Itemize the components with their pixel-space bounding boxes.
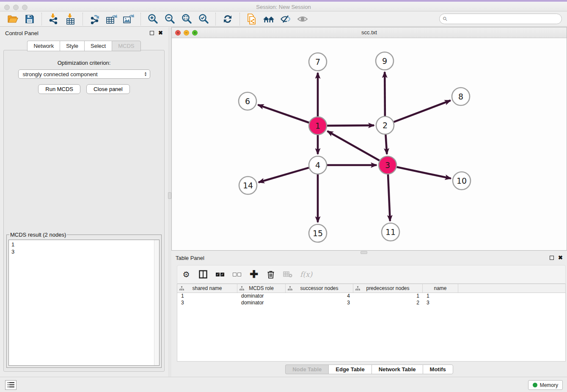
table-body: 1dominator4113dominator323 <box>177 293 565 306</box>
zoom-out-icon[interactable] <box>162 13 177 25</box>
add-column-icon[interactable]: ✚ <box>249 269 259 280</box>
edge-3-1[interactable] <box>328 131 380 160</box>
edge-4-14[interactable] <box>259 168 309 182</box>
float-table-panel-icon[interactable] <box>550 256 554 260</box>
column-header-predecessor-nodes[interactable]: predecessor nodes <box>353 284 423 293</box>
show-all-icon[interactable] <box>295 13 310 25</box>
toolbar-separator <box>140 13 141 25</box>
edge-1-2[interactable] <box>327 125 374 126</box>
delete-table-icon[interactable] <box>283 269 292 280</box>
open-session-icon[interactable] <box>6 13 20 25</box>
mcds-result-title: MCDS result (2 nodes) <box>9 232 67 238</box>
column-header-name[interactable]: name <box>423 284 458 293</box>
criterion-dropdown-value: strongly connected component <box>23 71 98 77</box>
control-tab-mcds[interactable]: MCDS <box>112 41 140 51</box>
status-bar: Memory <box>0 377 567 392</box>
edge-3-10[interactable] <box>397 167 451 179</box>
global-search[interactable]: ⚲ <box>439 14 562 24</box>
node-label-10: 10 <box>457 176 467 185</box>
close-table-panel-icon[interactable]: ✖ <box>558 256 563 260</box>
network-minimize-button[interactable]: − <box>184 30 189 36</box>
table-cell[interactable]: 1 <box>423 293 458 300</box>
toolbar-separator <box>41 13 42 25</box>
node-label-9: 9 <box>382 56 387 66</box>
column-header-MCDS-role[interactable]: MCDS role <box>237 284 286 293</box>
network-close-button[interactable]: × <box>175 30 181 36</box>
deselect-all-icon[interactable] <box>232 269 242 280</box>
result-scrollbar[interactable] <box>154 240 159 365</box>
table-tab-motifs[interactable]: Motifs <box>423 364 453 374</box>
control-tab-select[interactable]: Select <box>84 41 112 51</box>
main-toolbar: ⚲ <box>0 11 567 27</box>
control-tab-network[interactable]: Network <box>27 41 60 51</box>
edge-2-3[interactable] <box>385 135 387 154</box>
save-session-icon[interactable] <box>22 13 37 25</box>
export-image-icon[interactable] <box>121 13 136 25</box>
control-tab-style[interactable]: Style <box>60 41 84 51</box>
import-table-icon[interactable] <box>63 13 78 25</box>
node-label-7: 7 <box>315 57 320 66</box>
table-tabs: Node TableEdge TableNetwork TableMotifs <box>171 364 567 374</box>
table-cell[interactable]: 3 <box>423 300 458 306</box>
table-cell[interactable]: 2 <box>353 300 423 306</box>
node-label-15: 15 <box>313 229 323 238</box>
table-cell[interactable]: 4 <box>286 293 353 300</box>
function-builder-icon[interactable]: f(x) <box>300 269 312 280</box>
table-row[interactable]: 3dominator323 <box>177 300 565 306</box>
network-maximize-button[interactable]: + <box>192 30 198 36</box>
close-panel-icon[interactable]: ✖ <box>158 31 163 35</box>
close-panel-button[interactable]: Close panel <box>86 84 130 94</box>
run-mcds-button[interactable]: Run MCDS <box>38 84 80 94</box>
table-cell[interactable]: dominator <box>237 293 286 300</box>
task-history-button[interactable] <box>5 380 17 390</box>
refresh-icon[interactable] <box>220 13 235 25</box>
float-panel-icon[interactable] <box>150 31 154 35</box>
edge-3-11[interactable] <box>388 174 390 221</box>
export-network-icon[interactable] <box>88 13 102 25</box>
edge-1-6[interactable] <box>258 105 309 123</box>
table-panel-title: Table Panel <box>176 255 204 261</box>
table-tab-network-table[interactable]: Network Table <box>372 364 423 374</box>
toolbar-separator <box>83 13 83 25</box>
table-row[interactable]: 1dominator411 <box>177 293 565 300</box>
node-label-3: 3 <box>385 160 390 170</box>
column-header-shared-name[interactable]: shared name <box>177 284 237 293</box>
node-table[interactable]: shared nameMCDS rolesuccessor nodesprede… <box>177 284 566 362</box>
control-panel-title: Control Panel <box>5 30 39 36</box>
table-cell[interactable]: 1 <box>353 293 423 300</box>
import-network-icon[interactable] <box>47 13 61 25</box>
table-panel: Table Panel ✖ ⚙ ✓✓ ✚ f(x) shared nameMCD… <box>171 252 567 377</box>
table-settings-icon[interactable]: ⚙ <box>182 269 191 280</box>
table-cell[interactable]: dominator <box>237 300 286 306</box>
horizontal-splitter-grip[interactable] <box>361 251 367 254</box>
memory-button[interactable]: Memory <box>528 380 563 390</box>
toolbar-separator <box>239 13 240 25</box>
column-chooser-icon[interactable] <box>198 269 208 280</box>
home-icon[interactable] <box>261 13 276 25</box>
edge-2-8[interactable] <box>394 100 451 122</box>
export-table-icon[interactable] <box>105 13 119 25</box>
hide-selected-icon[interactable] <box>278 13 293 25</box>
table-tab-edge-table[interactable]: Edge Table <box>328 364 371 374</box>
table-cell[interactable]: 3 <box>286 300 353 306</box>
edge-2-9[interactable] <box>385 72 385 116</box>
network-window-titlebar[interactable]: × − + scc.txt <box>172 28 567 38</box>
clone-network-icon[interactable] <box>245 13 259 25</box>
select-all-icon[interactable]: ✓✓ <box>215 269 225 280</box>
column-header-successor-nodes[interactable]: successor nodes <box>286 284 353 293</box>
network-canvas[interactable]: 7968124314101511 <box>172 38 567 250</box>
table-cell[interactable]: 3 <box>177 300 237 306</box>
vertical-splitter[interactable] <box>168 27 171 377</box>
delete-column-icon[interactable] <box>266 269 275 280</box>
vertical-splitter-grip[interactable] <box>168 192 171 199</box>
table-cell[interactable]: 1 <box>177 293 237 300</box>
mcds-result-lines: 13 <box>9 240 159 256</box>
search-input[interactable] <box>449 16 561 22</box>
mcds-result-area[interactable]: 13 <box>8 240 160 366</box>
zoom-selected-icon[interactable] <box>196 13 211 25</box>
zoom-in-icon[interactable] <box>146 13 160 25</box>
table-tab-node-table[interactable]: Node Table <box>285 364 328 374</box>
zoom-fit-icon[interactable] <box>179 13 194 25</box>
criterion-dropdown[interactable]: strongly connected component ▲▼ <box>18 69 150 79</box>
dropdown-arrows-icon: ▲▼ <box>144 72 147 77</box>
